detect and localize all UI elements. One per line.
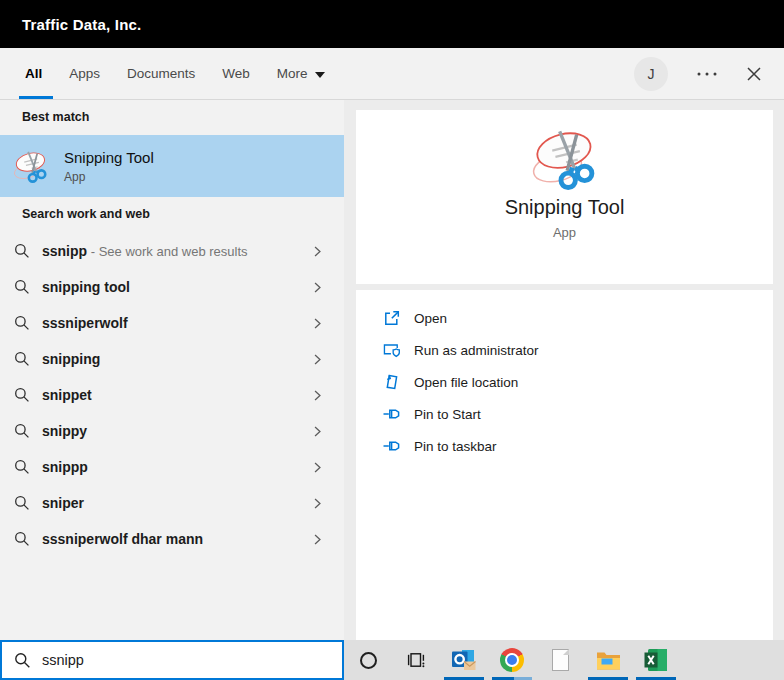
suggestion-snipping[interactable]: snipping xyxy=(0,341,344,377)
suggestion-snipping-tool[interactable]: snipping tool xyxy=(0,269,344,305)
avatar[interactable]: J xyxy=(634,57,668,91)
search-icon xyxy=(14,459,30,475)
tab-web-label: Web xyxy=(222,66,250,81)
suggestion-sniper[interactable]: sniper xyxy=(0,485,344,521)
suggestion-query: snippet xyxy=(42,387,92,403)
taskbar-file-explorer-button[interactable] xyxy=(584,640,632,680)
close-icon[interactable] xyxy=(746,66,762,82)
preview-header-card: Snipping Tool App xyxy=(356,110,773,284)
taskbar-task-view-button[interactable] xyxy=(392,640,440,680)
action-pin-to-taskbar[interactable]: Pin to taskbar xyxy=(356,430,773,462)
suggestion-text: sniper xyxy=(42,495,84,511)
avatar-initial: J xyxy=(648,66,655,82)
chevron-right-icon[interactable] xyxy=(311,461,324,474)
suggestion-query: sssniperwolf xyxy=(42,315,128,331)
chevron-right-icon[interactable] xyxy=(311,317,324,330)
search-icon xyxy=(14,495,30,511)
taskbar-chrome-button[interactable] xyxy=(488,640,536,680)
search-icon xyxy=(14,315,30,331)
run-as-admin-icon xyxy=(383,341,401,359)
chevron-right-icon[interactable] xyxy=(311,281,324,294)
suggestion-query: sniper xyxy=(42,495,84,511)
best-match-result[interactable]: Snipping Tool App xyxy=(0,135,344,197)
taskbar-notepad-button[interactable] xyxy=(536,640,584,680)
tab-apps-label: Apps xyxy=(69,66,100,81)
snipping-tool-icon xyxy=(531,124,599,192)
search-icon xyxy=(14,652,31,669)
taskbar-outlook-button[interactable] xyxy=(440,640,488,680)
chevron-right-icon[interactable] xyxy=(311,425,324,438)
chevron-right-icon[interactable] xyxy=(311,245,324,258)
taskbar xyxy=(344,640,784,680)
suggestion-query: snippp xyxy=(42,459,88,475)
suggestion-sssniperwolf[interactable]: sssniperwolf xyxy=(0,305,344,341)
open-icon xyxy=(383,309,401,327)
suggestion-text: snippp xyxy=(42,459,88,475)
suggestion-query: ssnipp xyxy=(42,243,87,259)
search-icon xyxy=(14,531,30,547)
chevron-right-icon[interactable] xyxy=(311,353,324,366)
action-label: Pin to Start xyxy=(414,407,481,422)
suggestion-list: ssnipp - See work and web results snippi… xyxy=(0,233,344,557)
action-label: Open xyxy=(414,311,447,326)
suggestion-text: snippet xyxy=(42,387,92,403)
suggestion-suffix: - See work and web results xyxy=(87,244,247,259)
action-open[interactable]: Open xyxy=(356,302,773,334)
web-search-header: Search work and web xyxy=(22,207,344,221)
search-box[interactable] xyxy=(0,640,344,680)
excel-icon xyxy=(644,648,668,672)
preview-subtitle: App xyxy=(553,225,576,240)
chevron-right-icon[interactable] xyxy=(311,389,324,402)
taskbar-cortana-button[interactable] xyxy=(344,640,392,680)
action-open-file-location[interactable]: Open file location xyxy=(356,366,773,398)
suggestion-text: snipping xyxy=(42,351,100,367)
filter-tab-bar: All Apps Documents Web More J xyxy=(0,48,784,100)
action-label: Open file location xyxy=(414,375,518,390)
taskbar-excel-button[interactable] xyxy=(632,640,680,680)
tab-documents-label: Documents xyxy=(127,66,195,81)
suggestion-snippy[interactable]: snippy xyxy=(0,413,344,449)
file-explorer-icon xyxy=(596,649,621,671)
tab-web[interactable]: Web xyxy=(222,48,250,100)
tab-apps[interactable]: Apps xyxy=(69,48,100,100)
search-icon xyxy=(14,351,30,367)
notepad-icon xyxy=(552,649,569,671)
suggestion-snippp[interactable]: snippp xyxy=(0,449,344,485)
search-icon xyxy=(14,387,30,403)
titlebar: Traffic Data, Inc. xyxy=(0,0,784,48)
suggestion-text: ssnipp - See work and web results xyxy=(42,243,248,259)
snipping-tool-icon xyxy=(13,148,49,184)
action-label: Pin to taskbar xyxy=(414,439,497,454)
search-icon xyxy=(14,243,30,259)
pin-icon xyxy=(383,437,401,455)
tab-documents[interactable]: Documents xyxy=(127,48,195,100)
cortana-icon xyxy=(360,652,377,669)
tab-more[interactable]: More xyxy=(277,48,325,100)
action-pin-to-start[interactable]: Pin to Start xyxy=(356,398,773,430)
chrome-icon xyxy=(500,648,524,672)
tab-more-label: More xyxy=(277,66,308,81)
best-match-text: Snipping Tool App xyxy=(64,149,154,184)
best-match-subtitle: App xyxy=(64,170,154,184)
preview-panel: Snipping Tool App Open Run as administra… xyxy=(344,100,784,640)
suggestion-snippet[interactable]: snippet xyxy=(0,377,344,413)
suggestion-text: snipping tool xyxy=(42,279,130,295)
suggestion-query: snipping xyxy=(42,351,100,367)
chevron-right-icon[interactable] xyxy=(311,497,324,510)
chevron-right-icon[interactable] xyxy=(311,533,324,546)
search-input[interactable] xyxy=(42,652,342,668)
suggestion-text: sssniperwolf xyxy=(42,315,128,331)
search-icon xyxy=(14,279,30,295)
results-panel: Best match Snipping Tool App Search work… xyxy=(0,100,344,640)
suggestion-text: sssniperwolf dhar mann xyxy=(42,531,203,547)
task-view-icon xyxy=(406,650,426,670)
best-match-title: Snipping Tool xyxy=(64,149,154,166)
action-label: Run as administrator xyxy=(414,343,539,358)
suggestion-ssnipp[interactable]: ssnipp - See work and web results xyxy=(0,233,344,269)
more-options-icon[interactable] xyxy=(696,71,718,77)
suggestion-text: snippy xyxy=(42,423,87,439)
action-run-as-administrator[interactable]: Run as administrator xyxy=(356,334,773,366)
suggestion-sssniperwolf-dhar-mann[interactable]: sssniperwolf dhar mann xyxy=(0,521,344,557)
tab-all[interactable]: All xyxy=(25,48,42,100)
outlook-icon xyxy=(451,648,477,672)
